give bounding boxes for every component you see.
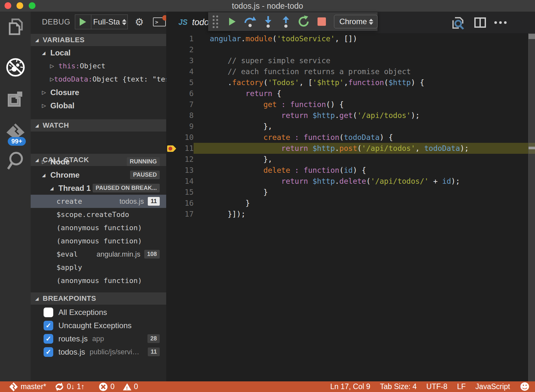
breakpoint-gutter[interactable] [166,88,179,99]
breakpoint-gutter[interactable] [166,154,179,165]
continue-button[interactable] [223,13,241,31]
code-text[interactable]: // super simple service [194,55,535,66]
callstack-row[interactable]: ChromePAUSED [31,168,166,181]
callstack-row[interactable]: NodeRUNNING [31,155,166,168]
more-actions-icon[interactable] [494,21,507,24]
step-over-button[interactable] [241,13,259,31]
breakpoint-checkbox[interactable] [44,308,53,317]
code-text[interactable]: return { [194,88,535,99]
breakpoint-gutter[interactable] [166,209,179,220]
breakpoint-gutter[interactable] [166,77,179,88]
breakpoint-gutter[interactable] [166,121,179,132]
launch-config-select[interactable]: Full-Sta [91,17,127,26]
variable-row[interactable]: todoData: Object {text: "tes… [31,73,166,86]
callstack-row[interactable]: (anonymous function) [31,274,166,287]
line-number: 8 [179,110,194,121]
callstack-row[interactable]: (anonymous function) [31,221,166,234]
variable-row[interactable]: Global [31,99,166,112]
language-item[interactable]: JavaScript [475,382,510,391]
gear-icon[interactable]: ⚙ [135,16,144,28]
breakpoint-gutter[interactable] [166,33,179,44]
sync-icon [55,382,64,392]
variable-row[interactable]: this: Object [31,59,166,73]
breakpoint-gutter[interactable] [166,99,179,110]
extensions-icon[interactable] [0,90,31,108]
watch-section-header[interactable]: WATCH [31,119,166,132]
breakpoint-gutter[interactable] [166,132,179,143]
breakpoints-section-header[interactable]: BREAKPOINTS [31,292,166,305]
overview-ruler[interactable] [528,33,535,381]
breakpoint-gutter[interactable] [166,198,179,209]
maximize-window-button[interactable] [29,2,35,9]
breakpoint-row[interactable]: ✓routes.jsapp28 [31,332,166,345]
close-window-button[interactable] [5,2,11,9]
variables-section-header[interactable]: VARIABLES [31,34,166,46]
split-editor-icon[interactable] [474,17,486,29]
code-text[interactable]: get : function() { [194,99,535,110]
code-text[interactable]: create : function(todoData) { [194,132,535,143]
step-out-button[interactable] [277,13,295,31]
breakpoint-row[interactable]: ✓todos.jspublic/js/servi…11 [31,345,166,358]
code-text[interactable]: angular.module('todoService', []) [194,33,535,44]
explorer-icon[interactable] [0,18,31,36]
errors-item[interactable]: 0 [99,382,115,391]
restart-button[interactable] [295,13,313,31]
line-number: 7 [179,99,194,110]
code-text[interactable]: }, [194,121,535,132]
breakpoint-gutter[interactable] [166,110,179,121]
feedback-item[interactable]: ☻ [520,381,530,392]
breakpoint-gutter[interactable] [166,187,179,198]
line-number: 11 [179,143,194,154]
callstack-row[interactable]: $apply [31,261,166,274]
debug-console-icon[interactable]: > [153,17,166,26]
debug-icon[interactable] [0,57,31,77]
step-over-icon [244,16,257,27]
breakpoint-row[interactable]: All Exceptions [31,306,166,319]
cursor-position-item[interactable]: Ln 17, Col 9 [330,382,370,391]
breakpoint-gutter[interactable] [166,44,179,55]
breakpoint-gutter[interactable] [166,55,179,66]
variable-row[interactable]: Closure [31,86,166,99]
start-debug-button[interactable] [75,15,91,29]
code-text[interactable]: }, [194,154,535,165]
tab-size-label: Tab Size: 4 [380,382,417,391]
code-text[interactable]: // each function returns a promise objec… [194,66,535,77]
callstack-row[interactable]: $evalangular.min.js108 [31,248,166,261]
callstack-row[interactable]: $scope.createTodo [31,208,166,221]
callstack-row[interactable]: createtodos.js11 [31,195,166,208]
open-preview-icon[interactable] [452,16,465,31]
eol-item[interactable]: LF [457,382,466,391]
code-text[interactable]: } [194,187,535,198]
git-sync-item[interactable]: 0↓ 1↑ [55,382,85,392]
breakpoint-gutter[interactable] [166,165,179,176]
breakpoint-checkbox[interactable]: ✓ [44,321,53,330]
tab-size-item[interactable]: Tab Size: 4 [380,382,417,391]
code-text[interactable]: .factory('Todos', ['$http',function($htt… [194,77,535,88]
debug-target-select[interactable]: Chrome [334,15,378,28]
breakpoint-gutter[interactable] [166,176,179,187]
breakpoint-gutter[interactable] [166,66,179,77]
callstack-row[interactable]: Thread 1PAUSED ON BREAK... [31,181,166,195]
code-text[interactable]: return $http.get('/api/todos'); [194,110,535,121]
breakpoint-checkbox[interactable]: ✓ [44,334,53,344]
variable-row[interactable]: Local [31,46,166,59]
warnings-item[interactable]: ! 0 [123,382,138,391]
git-branch-item[interactable]: master* [9,382,46,392]
code-text[interactable]: }]); [194,209,535,220]
code-text[interactable]: return $http.post('/api/todos', todoData… [194,143,535,154]
code-text[interactable]: delete : function(id) { [194,165,535,176]
breakpoint-gutter[interactable] [166,143,179,154]
step-into-button[interactable] [259,13,277,31]
search-icon[interactable] [0,151,31,172]
stop-button[interactable] [313,13,330,31]
scrollbar-thumb[interactable] [529,34,535,39]
code-text[interactable] [194,44,535,55]
breakpoint-row[interactable]: ✓Uncaught Exceptions [31,319,166,332]
drag-handle[interactable] [213,15,218,28]
callstack-row[interactable]: (anonymous function) [31,234,166,248]
minimize-window-button[interactable] [16,2,23,9]
encoding-item[interactable]: UTF-8 [426,382,447,391]
breakpoint-checkbox[interactable]: ✓ [44,347,53,357]
code-text[interactable]: } [194,198,535,209]
code-text[interactable]: return $http.delete('/api/todos/' + id); [194,176,535,187]
